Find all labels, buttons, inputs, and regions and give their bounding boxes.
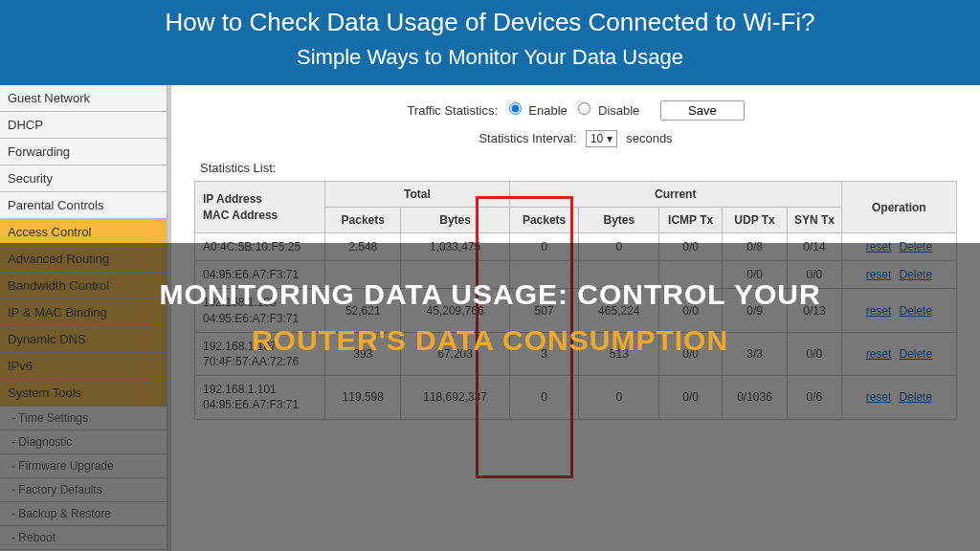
sidebar-item-security[interactable]: Security: [0, 165, 167, 192]
disable-label: Disable: [598, 103, 639, 118]
interval-label: Statistics Interval:: [479, 131, 576, 145]
col-addr: IP Address MAC Address: [195, 182, 325, 233]
interval-unit: seconds: [626, 131, 672, 145]
group-total: Total: [325, 182, 510, 208]
sidebar-item-access-control[interactable]: Access Control: [0, 219, 167, 246]
col-op: Operation: [841, 182, 956, 233]
save-button[interactable]: Save: [660, 100, 745, 121]
col-packets-cur: Packets: [509, 208, 579, 233]
sidebar-item-guest-network[interactable]: Guest Network: [0, 85, 167, 112]
overlay: Monitoring Data Usage: Control Your Rout…: [0, 243, 980, 551]
sidebar-item-forwarding[interactable]: Forwarding: [0, 139, 167, 165]
enable-label: Enable: [528, 103, 567, 118]
traffic-controls: Traffic Statistics: Enable Disable Save …: [194, 100, 957, 147]
col-bytes-cur: Bytes: [579, 208, 659, 233]
disable-radio[interactable]: [578, 102, 590, 115]
list-label: Statistics List:: [200, 161, 957, 175]
col-icmp: ICMP Tx: [659, 208, 723, 233]
sidebar-item-dhcp[interactable]: DHCP: [0, 112, 167, 139]
col-packets-total: Packets: [325, 208, 401, 233]
col-syn: SYN Tx: [788, 208, 842, 233]
overlay-line2: Router's Data Consumption: [252, 324, 728, 356]
sidebar-item-parental-controls[interactable]: Parental Controls: [0, 192, 167, 219]
page-banner: How to Check Data Usage of Devices Conne…: [0, 0, 980, 85]
enable-radio[interactable]: [509, 102, 522, 115]
banner-subtitle: Simple Ways to Monitor Your Data Usage: [0, 45, 980, 70]
overlay-line1: Monitoring Data Usage: Control Your: [159, 278, 820, 310]
col-bytes-total: Bytes: [401, 208, 509, 233]
col-udp: UDP Tx: [723, 208, 788, 233]
group-current: Current: [509, 182, 841, 208]
traffic-stats-label: Traffic Statistics:: [407, 103, 498, 118]
banner-title: How to Check Data Usage of Devices Conne…: [0, 8, 980, 37]
interval-select[interactable]: 10 ▾: [586, 130, 617, 147]
